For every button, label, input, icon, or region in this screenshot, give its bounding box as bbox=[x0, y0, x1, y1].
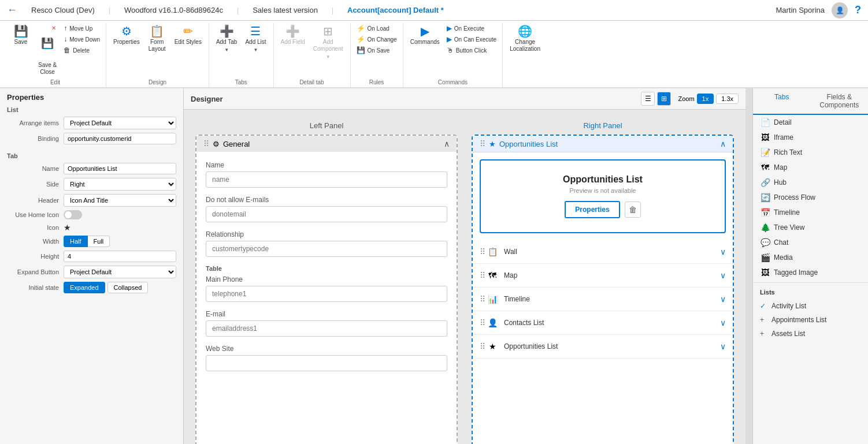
add-tab-arrow: ▼ bbox=[224, 47, 229, 53]
view-list-btn[interactable]: ☰ bbox=[641, 92, 655, 106]
delete-btn[interactable]: 🗑 Delete bbox=[61, 45, 102, 55]
side-row: Side Right Left bbox=[7, 178, 176, 191]
sidebar-item-media[interactable]: 🎬 Media bbox=[753, 250, 868, 265]
state-expanded-btn[interactable]: Expanded bbox=[64, 282, 105, 293]
on-can-execute-btn[interactable]: ▶ On Can Execute bbox=[444, 34, 499, 44]
sidebar-item-map[interactable]: 🗺 Map bbox=[753, 160, 868, 175]
sidebar-item-appointmentslist[interactable]: + Appointments List bbox=[753, 313, 868, 327]
wall-drag-handle[interactable]: ⠿ bbox=[480, 247, 485, 256]
sidebar-item-activitylist[interactable]: ✓ Activity List bbox=[753, 299, 868, 313]
sidebar-item-assetslist[interactable]: + Assets List bbox=[753, 327, 868, 341]
sidebar-item-iframe[interactable]: 🖼 Iframe bbox=[753, 130, 868, 145]
opp-delete-btn[interactable]: 🗑 bbox=[625, 202, 641, 218]
save-btn[interactable]: 💾 Save bbox=[8, 23, 34, 48]
sidebar-item-hub[interactable]: 🔗 Hub bbox=[753, 175, 868, 190]
crumb-account[interactable]: Account[account] Default * bbox=[343, 6, 448, 14]
save-close-btn[interactable]: 💾 ✕ Save &Close bbox=[35, 23, 60, 78]
opp-list-item[interactable]: ⠿ ★ Opportunities List ∨ bbox=[473, 335, 733, 359]
sidebar-item-treeview[interactable]: 🌲 Tree View bbox=[753, 220, 868, 235]
save-icon: 💾 bbox=[14, 25, 28, 37]
on-save-btn[interactable]: 💾 On Save bbox=[354, 45, 399, 55]
emailaddr-field-input[interactable] bbox=[206, 320, 447, 337]
width-full-btn[interactable]: Full bbox=[88, 236, 110, 247]
width-half-btn[interactable]: Half bbox=[64, 236, 88, 247]
phone-field-input[interactable] bbox=[206, 286, 447, 302]
timeline-item[interactable]: ⠿ 📊 Timeline ∨ bbox=[473, 288, 733, 311]
name-field-input[interactable] bbox=[206, 171, 447, 188]
email-field-label: Do not allow E-mails bbox=[206, 196, 447, 204]
help-button[interactable]: ? bbox=[855, 4, 861, 16]
left-drag-handle[interactable]: ⠿ bbox=[203, 139, 209, 148]
zoom-13x-btn[interactable]: 1.3x bbox=[716, 94, 739, 104]
crumb-woodford[interactable]: Woodford v16.1.0-86d89624c bbox=[120, 6, 228, 14]
sidebar-item-richtext[interactable]: 📝 Rich Text bbox=[753, 145, 868, 160]
email-field-input[interactable] bbox=[206, 206, 447, 222]
change-loc-label: ChangeLocalization bbox=[510, 39, 540, 53]
change-loc-btn[interactable]: 🌐 ChangeLocalization bbox=[506, 23, 544, 55]
opp-properties-btn[interactable]: Properties bbox=[565, 201, 620, 218]
edit-styles-btn[interactable]: ✏ Edit Styles bbox=[171, 23, 205, 48]
website-field-input[interactable] bbox=[206, 355, 447, 371]
move-down-icon: ↓ bbox=[64, 35, 67, 43]
binding-input[interactable] bbox=[64, 133, 176, 144]
opp-list-chevron[interactable]: ∨ bbox=[720, 342, 726, 351]
on-execute-btn[interactable]: ▶ On Execute bbox=[444, 23, 499, 33]
form-layout-label: FormLayout bbox=[149, 39, 166, 53]
on-change-btn[interactable]: ⚡ On Change bbox=[354, 34, 399, 44]
relationship-field-input[interactable] bbox=[206, 241, 447, 257]
add-list-btn[interactable]: ☰ Add List ▼ bbox=[242, 23, 269, 55]
sidebar-item-processflow[interactable]: 🔄 Process Flow bbox=[753, 190, 868, 205]
timeline-drag-handle[interactable]: ⠿ bbox=[480, 294, 485, 304]
emailaddr-field-label: E-mail bbox=[206, 310, 447, 318]
crumb-sales[interactable]: Sales latest version bbox=[248, 6, 322, 14]
move-up-btn[interactable]: ↑ Move Up bbox=[61, 23, 102, 33]
wall-item[interactable]: ⠿ 📋 Wall ∨ bbox=[473, 240, 733, 264]
sidebar-item-chat[interactable]: 💬 Chat bbox=[753, 235, 868, 250]
tab-fields-components[interactable]: Fields & Components bbox=[811, 88, 869, 114]
contacts-chevron[interactable]: ∨ bbox=[720, 318, 726, 327]
view-grid-btn[interactable]: ⊞ bbox=[657, 92, 671, 106]
delete-label: Delete bbox=[73, 47, 90, 54]
sidebar-item-detail[interactable]: 📄 Detail bbox=[753, 115, 868, 130]
tab-tabs[interactable]: Tabs bbox=[753, 88, 811, 115]
contacts-drag-handle[interactable]: ⠿ bbox=[480, 318, 485, 327]
side-select[interactable]: Right Left bbox=[64, 178, 176, 191]
tab-name-input[interactable] bbox=[64, 163, 176, 174]
form-layout-btn[interactable]: 📋 FormLayout bbox=[144, 23, 170, 55]
map-item[interactable]: ⠿ 🗺 Map ∨ bbox=[473, 264, 733, 288]
height-input[interactable] bbox=[64, 251, 176, 262]
sidebar-item-timeline[interactable]: 📅 Timeline bbox=[753, 205, 868, 220]
button-click-btn[interactable]: 🖱 Button Click bbox=[444, 45, 499, 55]
on-load-icon: ⚡ bbox=[357, 24, 365, 32]
add-component-btn[interactable]: ⊞ AddComponent ▼ bbox=[310, 23, 347, 62]
rules-group: ⚡ On Load ⚡ On Change 💾 On Save Rules bbox=[351, 23, 403, 87]
use-home-icon-toggle[interactable] bbox=[64, 210, 82, 219]
wall-chevron[interactable]: ∨ bbox=[720, 247, 726, 256]
contacts-list-item[interactable]: ⠿ 👤 Contacts List ∨ bbox=[473, 311, 733, 335]
on-load-btn[interactable]: ⚡ On Load bbox=[354, 23, 399, 33]
map-chevron[interactable]: ∨ bbox=[720, 271, 726, 280]
timeline-chevron[interactable]: ∨ bbox=[720, 294, 726, 304]
commands-btn[interactable]: ▶ Commands bbox=[407, 23, 443, 48]
move-down-btn[interactable]: ↓ Move Down bbox=[61, 34, 102, 44]
opp-list-drag-handle[interactable]: ⠿ bbox=[480, 342, 485, 351]
rules-sub-group: ⚡ On Load ⚡ On Change 💾 On Save bbox=[354, 23, 399, 55]
expand-select[interactable]: Project Default bbox=[64, 266, 176, 278]
sidebar-item-taggedimage[interactable]: 🖼 Tagged Image bbox=[753, 265, 868, 280]
state-collapsed-btn[interactable]: Collapsed bbox=[107, 282, 149, 293]
zoom-1x-btn[interactable]: 1x bbox=[697, 94, 714, 104]
right-panel-header: ⠿ ★ Opportunities List ∧ bbox=[473, 136, 733, 152]
lists-section-title: Lists bbox=[753, 285, 868, 299]
map-drag-handle[interactable]: ⠿ bbox=[480, 271, 485, 280]
right-drag-handle[interactable]: ⠿ bbox=[480, 139, 485, 148]
back-button[interactable]: ← bbox=[7, 4, 17, 16]
crumb-resco[interactable]: Resco Cloud (Dev) bbox=[27, 6, 99, 14]
arrange-select[interactable]: Project Default bbox=[64, 117, 176, 129]
add-tab-btn[interactable]: ➕ Add Tab ▼ bbox=[213, 23, 241, 55]
right-design-panel: ⠿ ★ Opportunities List ∧ Opportunities L… bbox=[472, 135, 734, 444]
properties-btn[interactable]: ⚙ Properties bbox=[110, 23, 143, 48]
right-panel-chevron[interactable]: ∧ bbox=[720, 139, 726, 148]
header-select[interactable]: Icon And Title Title Only bbox=[64, 194, 176, 207]
left-panel-chevron[interactable]: ∧ bbox=[444, 139, 450, 148]
add-field-btn[interactable]: ➕ Add Field bbox=[277, 23, 309, 48]
